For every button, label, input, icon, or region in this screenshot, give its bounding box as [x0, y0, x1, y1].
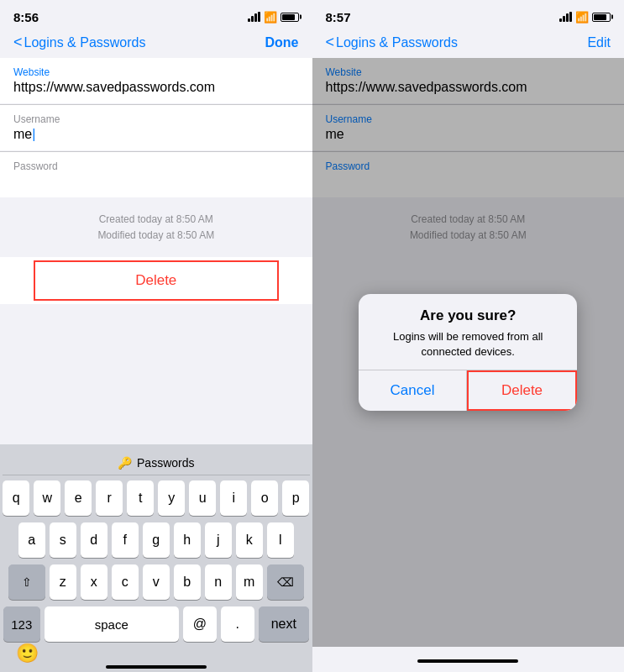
- created-text-left: Created today at 8:50 AM: [13, 212, 299, 228]
- key-icon: 🔑: [118, 456, 132, 470]
- done-button-left[interactable]: Done: [265, 35, 299, 50]
- battery-icon-right: [592, 13, 611, 22]
- key-r[interactable]: r: [96, 480, 123, 516]
- modified-text-left: Modified today at 8:50 AM: [13, 228, 299, 244]
- key-o[interactable]: o: [251, 480, 278, 516]
- chevron-left-icon-right: <: [326, 34, 335, 51]
- emoji-key[interactable]: 🙂: [16, 643, 39, 664]
- status-time-left: 8:56: [13, 10, 39, 24]
- shift-key[interactable]: ⇧: [8, 564, 45, 600]
- key-j[interactable]: j: [205, 522, 232, 558]
- key-row-1: q w e r t y u i o p: [3, 480, 310, 516]
- key-d[interactable]: d: [81, 522, 107, 558]
- overlay-right: Are you sure? Logins will be removed fro…: [312, 58, 625, 647]
- delete-button-left[interactable]: Delete: [34, 260, 279, 301]
- right-phone-panel: 8:57 📶 < Logins & Passwords Edit Website…: [312, 0, 625, 672]
- key-h[interactable]: h: [174, 522, 201, 558]
- numbers-key[interactable]: 123: [3, 606, 40, 642]
- key-m[interactable]: m: [236, 564, 263, 600]
- left-phone-panel: 8:56 📶 < Logins & Passwords Done Website…: [0, 0, 312, 672]
- key-x[interactable]: x: [81, 564, 107, 600]
- website-value-left[interactable]: https://www.savedpasswords.com: [13, 80, 299, 95]
- at-key[interactable]: @: [183, 606, 217, 642]
- alert-dialog: Are you sure? Logins will be removed fro…: [359, 294, 577, 411]
- key-n[interactable]: n: [205, 564, 232, 600]
- keyboard-suggestion-label: Passwords: [137, 456, 194, 470]
- key-i[interactable]: i: [220, 480, 247, 516]
- keyboard-suggestion-bar-left: 🔑 Passwords: [3, 451, 310, 475]
- key-w[interactable]: w: [34, 480, 60, 516]
- key-row-2: a s d f g h j k l: [3, 522, 310, 558]
- key-row-4: 123 space @ . next: [3, 606, 310, 642]
- metadata-left: Created today at 8:50 AM Modified today …: [0, 198, 312, 257]
- key-b[interactable]: b: [174, 564, 201, 600]
- password-label-left: Password: [13, 160, 299, 172]
- nav-bar-left: < Logins & Passwords Done: [0, 30, 312, 58]
- alert-content: Are you sure? Logins will be removed fro…: [359, 294, 577, 370]
- battery-icon-left: [281, 13, 299, 22]
- content-area-right: Website https://www.savedpasswords.com U…: [312, 58, 625, 647]
- username-field-left: Username me: [0, 105, 312, 150]
- password-field-left: Password: [0, 152, 312, 197]
- signal-icon-left: [248, 12, 260, 22]
- delete-wrapper-left: Delete: [0, 257, 312, 304]
- wifi-icon-left: 📶: [264, 11, 277, 24]
- content-area-left: Website https://www.savedpasswords.com U…: [0, 58, 312, 444]
- delete-button-alert[interactable]: Delete: [467, 370, 578, 411]
- key-q[interactable]: q: [3, 480, 29, 516]
- alert-title: Are you sure?: [372, 307, 564, 324]
- password-value-left[interactable]: [13, 174, 299, 189]
- key-l[interactable]: l: [267, 522, 294, 558]
- bottom-home-right: [312, 647, 625, 672]
- key-a[interactable]: a: [18, 522, 45, 558]
- nav-bar-right: < Logins & Passwords Edit: [312, 30, 625, 58]
- key-u[interactable]: u: [189, 480, 216, 516]
- alert-buttons: Cancel Delete: [359, 370, 577, 411]
- keyboard-rows-left: q w e r t y u i o p a s d f g h j k: [3, 480, 310, 642]
- status-bar-right: 8:57 📶: [312, 0, 625, 30]
- key-f[interactable]: f: [112, 522, 139, 558]
- website-label-left: Website: [13, 66, 299, 78]
- status-bar-left: 8:56 📶: [0, 0, 312, 30]
- username-label-left: Username: [13, 113, 299, 125]
- edit-button-right[interactable]: Edit: [587, 35, 611, 50]
- backspace-key[interactable]: ⌫: [267, 564, 304, 600]
- next-key[interactable]: next: [259, 606, 309, 642]
- bottom-bar-left: 🙂: [3, 645, 310, 662]
- keyboard-left: 🔑 Passwords q w e r t y u i o p a s d: [0, 444, 312, 672]
- key-e[interactable]: e: [65, 480, 92, 516]
- key-row-3: ⇧ z x c v b n m ⌫: [3, 564, 310, 600]
- key-k[interactable]: k: [236, 522, 263, 558]
- key-y[interactable]: y: [158, 480, 185, 516]
- website-field-left: Website https://www.savedpasswords.com: [0, 58, 312, 103]
- status-time-right: 8:57: [326, 10, 351, 24]
- username-value-left[interactable]: me: [13, 127, 299, 142]
- wifi-icon-right: 📶: [575, 11, 589, 24]
- back-label-right: Logins & Passwords: [336, 35, 458, 50]
- chevron-left-icon: <: [13, 34, 23, 51]
- key-p[interactable]: p: [282, 480, 309, 516]
- back-button-right[interactable]: < Logins & Passwords: [326, 34, 458, 51]
- key-t[interactable]: t: [127, 480, 154, 516]
- signal-icon-right: [559, 12, 572, 22]
- key-g[interactable]: g: [143, 522, 170, 558]
- back-label-left: Logins & Passwords: [24, 35, 146, 50]
- home-indicator-right: [417, 659, 518, 663]
- back-button-left[interactable]: < Logins & Passwords: [13, 34, 145, 51]
- home-indicator-left: [106, 665, 207, 669]
- cancel-button-alert[interactable]: Cancel: [359, 370, 467, 411]
- key-c[interactable]: c: [112, 564, 139, 600]
- dot-key[interactable]: .: [221, 606, 254, 642]
- alert-message: Logins will be removed from all connecte…: [372, 329, 564, 360]
- key-s[interactable]: s: [50, 522, 76, 558]
- key-v[interactable]: v: [143, 564, 170, 600]
- space-key[interactable]: space: [45, 606, 179, 642]
- key-z[interactable]: z: [50, 564, 76, 600]
- status-icons-left: 📶: [248, 11, 299, 24]
- status-icons-right: 📶: [559, 11, 611, 24]
